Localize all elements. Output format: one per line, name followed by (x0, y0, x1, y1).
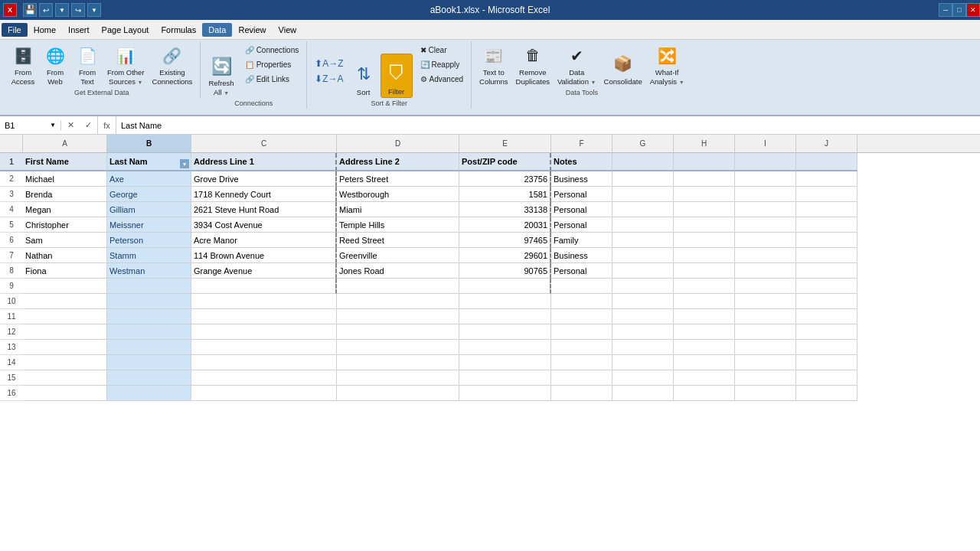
existing-connections-button[interactable]: 🔗 ExistingConnections (149, 43, 196, 87)
cell-G2[interactable] (612, 171, 674, 187)
cell-B2[interactable]: Axe (107, 171, 191, 187)
cell-C7[interactable]: 114 Brown Avenue (191, 248, 337, 263)
cell-C6[interactable]: Acre Manor (191, 233, 337, 248)
row-num-4[interactable]: 4 (0, 202, 23, 217)
cell-H3[interactable] (674, 187, 735, 202)
cell-F6[interactable]: Family (551, 233, 612, 248)
col-header-F[interactable]: F (551, 135, 612, 152)
cell-J3[interactable] (796, 187, 858, 202)
col-header-J[interactable]: J (796, 135, 858, 152)
cell-F1[interactable]: Notes (551, 153, 612, 171)
row-num-12[interactable]: 12 (0, 324, 23, 340)
cell-E3[interactable]: 1581 (459, 187, 551, 202)
cell-B5[interactable]: Meissner (107, 217, 191, 233)
cell-H7[interactable] (674, 248, 735, 263)
cell-A3[interactable]: Brenda (23, 187, 107, 202)
cell-F7[interactable]: Business (551, 248, 612, 263)
menu-data[interactable]: Data (202, 23, 232, 37)
cell-I4[interactable] (735, 202, 796, 217)
cell-C2[interactable]: Grove Drive (191, 171, 337, 187)
cell-D4[interactable]: Miami (337, 202, 459, 217)
cell-G6[interactable] (612, 233, 674, 248)
formula-cancel-btn[interactable]: ✕ (61, 116, 80, 134)
maximize-btn[interactable]: □ (952, 3, 966, 17)
cell-E7[interactable]: 29601 (459, 248, 551, 263)
cell-C3[interactable]: 1718 Kennedy Court (191, 187, 337, 202)
formula-insert-btn[interactable]: fx (98, 116, 116, 134)
row-num-6[interactable]: 6 (0, 233, 23, 248)
cell-I7[interactable] (735, 248, 796, 263)
save-icon[interactable]: 💾 (23, 3, 37, 17)
cell-B8[interactable]: Westman (107, 263, 191, 279)
cell-E2[interactable]: 23756 (459, 171, 551, 187)
row-num-9[interactable]: 9 (0, 279, 23, 294)
minimize-btn[interactable]: ─ (939, 3, 952, 17)
cell-B1[interactable]: Last Nam ▼ (107, 153, 191, 171)
cell-B6[interactable]: Peterson (107, 233, 191, 248)
sort-button[interactable]: ⇅ Sort (348, 54, 379, 98)
clear-button[interactable]: ✖ Clear (417, 43, 466, 57)
formula-confirm-btn[interactable]: ✓ (80, 116, 98, 134)
menu-formulas[interactable]: Formulas (155, 23, 202, 37)
properties-button[interactable]: 📋 Properties (242, 57, 302, 71)
menu-page-layout[interactable]: Page Layout (96, 23, 155, 37)
reapply-button[interactable]: 🔄 Reapply (417, 57, 466, 71)
undo-dropdown-icon[interactable]: ▼ (55, 3, 69, 17)
consolidate-button[interactable]: 📦 Consolidate (601, 43, 645, 87)
close-btn[interactable]: ✕ (966, 3, 980, 17)
cell-G5[interactable] (612, 217, 674, 233)
cell-G1[interactable] (612, 153, 674, 171)
cell-ref-dropdown-icon[interactable]: ▼ (50, 122, 56, 129)
col-header-C[interactable]: C (191, 135, 337, 152)
menu-insert[interactable]: Insert (62, 23, 96, 37)
col-header-A[interactable]: A (23, 135, 107, 152)
cell-J8[interactable] (796, 263, 858, 279)
sort-za-button[interactable]: ⬇Z→A (312, 72, 346, 86)
row-num-11[interactable]: 11 (0, 309, 23, 324)
cell-D3[interactable]: Westborough (337, 187, 459, 202)
cell-D7[interactable]: Greenville (337, 248, 459, 263)
row-num-8[interactable]: 8 (0, 263, 23, 279)
col-header-B[interactable]: B (107, 135, 191, 152)
row-num-14[interactable]: 14 (0, 355, 23, 370)
cell-A7[interactable]: Nathan (23, 248, 107, 263)
redo-icon[interactable]: ↪ (71, 3, 85, 17)
col-header-E[interactable]: E (459, 135, 551, 152)
cell-H2[interactable] (674, 171, 735, 187)
row-num-16[interactable]: 16 (0, 386, 23, 401)
row-num-13[interactable]: 13 (0, 340, 23, 355)
cell-H4[interactable] (674, 202, 735, 217)
cell-H8[interactable] (674, 263, 735, 279)
refresh-all-button[interactable]: 🔄 RefreshAll ▼ (205, 54, 237, 98)
cell-J2[interactable] (796, 171, 858, 187)
filter-button[interactable]: ⛉ Filter (381, 54, 413, 98)
undo-icon[interactable]: ↩ (39, 3, 53, 17)
menu-review[interactable]: Review (232, 23, 272, 37)
from-text-button[interactable]: 📄 FromText (72, 43, 103, 87)
cell-I2[interactable] (735, 171, 796, 187)
cell-E4[interactable]: 33138 (459, 202, 551, 217)
cell-J4[interactable] (796, 202, 858, 217)
cell-I3[interactable] (735, 187, 796, 202)
menu-home[interactable]: Home (28, 23, 62, 37)
from-web-button[interactable]: 🌐 FromWeb (40, 43, 70, 87)
cell-A2[interactable]: Michael (23, 171, 107, 187)
cell-E8[interactable]: 90765 (459, 263, 551, 279)
cell-C4[interactable]: 2621 Steve Hunt Road (191, 202, 337, 217)
cell-E5[interactable]: 20031 (459, 217, 551, 233)
row-num-10[interactable]: 10 (0, 294, 23, 309)
from-access-button[interactable]: 🗄️ FromAccess (8, 43, 38, 87)
cell-D5[interactable]: Temple Hills (337, 217, 459, 233)
cell-G8[interactable] (612, 263, 674, 279)
cell-H1[interactable] (674, 153, 735, 171)
cell-A8[interactable]: Fiona (23, 263, 107, 279)
row-num-3[interactable]: 3 (0, 187, 23, 202)
connections-button[interactable]: 🔗 Connections (242, 43, 302, 57)
col-header-H[interactable]: H (674, 135, 735, 152)
cell-F4[interactable]: Personal (551, 202, 612, 217)
edit-links-button[interactable]: 🔗 Edit Links (242, 72, 302, 86)
what-if-button[interactable]: 🔀 What-IfAnalysis ▼ (647, 43, 688, 87)
row-num-1[interactable]: 1 (0, 153, 23, 171)
cell-F3[interactable]: Personal (551, 187, 612, 202)
row-num-7[interactable]: 7 (0, 248, 23, 263)
